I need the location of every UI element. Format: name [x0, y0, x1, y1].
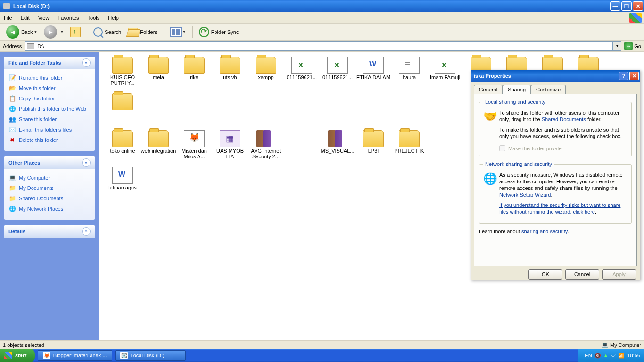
- file-item[interactable]: KUIS CFO PUTRI Y...: [105, 57, 140, 93]
- tab-sharing[interactable]: Sharing: [503, 85, 531, 94]
- dialog-title-bar[interactable]: iska Properties ? ✕: [471, 70, 640, 82]
- close-button[interactable]: ✕: [633, 1, 643, 11]
- menu-favorites[interactable]: Favorites: [58, 15, 79, 21]
- place-label: My Network Places: [19, 206, 63, 212]
- file-item[interactable]: latihan agus: [105, 167, 140, 204]
- place-link[interactable]: My Documents: [8, 183, 91, 193]
- folders-icon: [128, 28, 138, 36]
- panel-header-places[interactable]: Other Places «: [4, 156, 95, 169]
- tray-icon[interactable]: ▲: [603, 353, 609, 358]
- file-item[interactable]: [105, 93, 140, 130]
- tab-general[interactable]: General: [474, 85, 503, 94]
- file-item[interactable]: LP3I: [355, 130, 391, 167]
- views-button[interactable]: ▼: [167, 25, 190, 39]
- file-item[interactable]: toko online: [105, 130, 140, 167]
- network-icon: 🌐: [483, 172, 497, 186]
- network-setup-wizard-link[interactable]: Network Setup Wizard: [499, 192, 551, 197]
- task-icon: [8, 115, 16, 123]
- taskbar-app[interactable]: 🦊Blogger: materi anak ...: [38, 350, 112, 361]
- tab-customize[interactable]: Customize: [531, 85, 566, 94]
- tray-icon[interactable]: 📶: [618, 353, 625, 359]
- file-label: latihan agus: [108, 185, 136, 190]
- sidebar: File and Folder Tasks « Rename this fold…: [0, 52, 99, 340]
- make-private-checkbox: Make this folder private: [499, 145, 627, 151]
- file-item[interactable]: rika: [176, 57, 212, 93]
- file-label: haura: [403, 74, 416, 80]
- panel-details: Details »: [4, 225, 95, 238]
- minimize-button[interactable]: —: [610, 1, 620, 11]
- forward-button[interactable]: ► ▼: [41, 25, 67, 39]
- app-label: Local Disk (D:): [131, 353, 165, 358]
- task-link[interactable]: Delete this folder: [8, 135, 91, 145]
- task-link[interactable]: Copy this folder: [8, 93, 91, 104]
- panel-header-details[interactable]: Details »: [4, 225, 95, 238]
- back-button[interactable]: ◄ Back ▼: [3, 25, 41, 39]
- up-button[interactable]: [67, 25, 84, 39]
- task-label: Delete this folder: [19, 137, 58, 143]
- drive-icon: [3, 3, 10, 9]
- task-label: Move this folder: [19, 85, 56, 91]
- shared-documents-link[interactable]: Shared Documents: [542, 116, 586, 122]
- tasks-title: File and Folder Tasks: [8, 60, 61, 66]
- file-item[interactable]: UAS MYOB LIA KUNITA.myo: [212, 130, 248, 167]
- maximize-button[interactable]: ❐: [621, 1, 632, 11]
- apply-button[interactable]: Apply: [602, 269, 636, 280]
- file-item[interactable]: AVG Internet Security 2...: [248, 130, 284, 167]
- place-link[interactable]: My Computer: [8, 173, 91, 183]
- file-item[interactable]: web integration: [140, 130, 176, 167]
- doc-icon: [363, 57, 384, 74]
- local-private-text: To make this folder and its subfolders p…: [499, 126, 627, 140]
- file-item[interactable]: uts vb: [212, 57, 248, 93]
- address-input[interactable]: D:\: [25, 41, 613, 51]
- menu-view[interactable]: View: [38, 15, 50, 21]
- file-item[interactable]: haura: [391, 57, 427, 93]
- panel-header-tasks[interactable]: File and Folder Tasks «: [4, 57, 95, 69]
- file-label: xampp: [258, 74, 273, 80]
- menu-tools[interactable]: Tools: [88, 15, 100, 21]
- task-link[interactable]: Move this folder: [8, 83, 91, 93]
- folder-icon: [256, 57, 276, 74]
- file-item[interactable]: Imam FAmuji: [427, 57, 463, 93]
- file-item[interactable]: 011159621...: [320, 57, 355, 93]
- menu-edit[interactable]: Edit: [21, 15, 30, 21]
- menu-help[interactable]: Help: [108, 15, 119, 21]
- taskbar-app[interactable]: 💽Local Disk (D:): [115, 350, 186, 361]
- file-item[interactable]: PREJECT IK: [391, 130, 427, 167]
- back-label: Back: [21, 29, 33, 35]
- file-item[interactable]: ETIKA DALAM: [355, 57, 391, 93]
- search-button[interactable]: Search: [90, 25, 124, 39]
- foldersync-button[interactable]: Folder Sync: [196, 25, 242, 39]
- file-item[interactable]: 011159621...: [284, 57, 320, 93]
- ok-button[interactable]: OK: [528, 269, 562, 280]
- task-link[interactable]: Share this folder: [8, 114, 91, 124]
- file-label: Misteri dan Mitos A...: [176, 148, 212, 159]
- clock[interactable]: 18:56: [627, 353, 640, 358]
- start-button[interactable]: start: [0, 349, 35, 362]
- tray-icon[interactable]: 🔇: [594, 353, 601, 359]
- folders-button[interactable]: Folders: [124, 25, 161, 39]
- learn-more-link[interactable]: sharing and security: [521, 229, 568, 234]
- place-link[interactable]: My Network Places: [8, 204, 91, 214]
- go-button[interactable]: → Go: [621, 42, 644, 50]
- file-item[interactable]: Misteri dan Mitos A...: [176, 130, 212, 167]
- task-icon: [8, 74, 16, 82]
- address-dropdown[interactable]: ▼: [613, 41, 621, 51]
- help-button[interactable]: ?: [619, 72, 628, 80]
- file-label: mela: [153, 74, 164, 80]
- language-indicator[interactable]: EN: [585, 353, 592, 358]
- menu-file[interactable]: File: [4, 15, 12, 21]
- file-item[interactable]: xampp: [248, 57, 284, 93]
- details-title: Details: [8, 229, 25, 234]
- task-link[interactable]: Rename this folder: [8, 73, 91, 83]
- task-link[interactable]: E-mail this folder's files: [8, 124, 91, 135]
- myob-icon: [220, 130, 240, 147]
- cancel-button[interactable]: Cancel: [565, 269, 599, 280]
- tray-icon[interactable]: 🛡: [611, 353, 616, 358]
- system-tray[interactable]: EN 🔇 ▲ 🛡 📶 18:56: [578, 349, 644, 362]
- task-link[interactable]: Publish this folder to the Web: [8, 104, 91, 114]
- share-without-wizard-link[interactable]: If you understand the security risks but…: [499, 202, 620, 214]
- file-item[interactable]: MS_VISUAL...: [320, 130, 355, 167]
- place-link[interactable]: Shared Documents: [8, 193, 91, 204]
- dialog-close-button[interactable]: ✕: [629, 72, 639, 80]
- file-item[interactable]: mela: [140, 57, 176, 93]
